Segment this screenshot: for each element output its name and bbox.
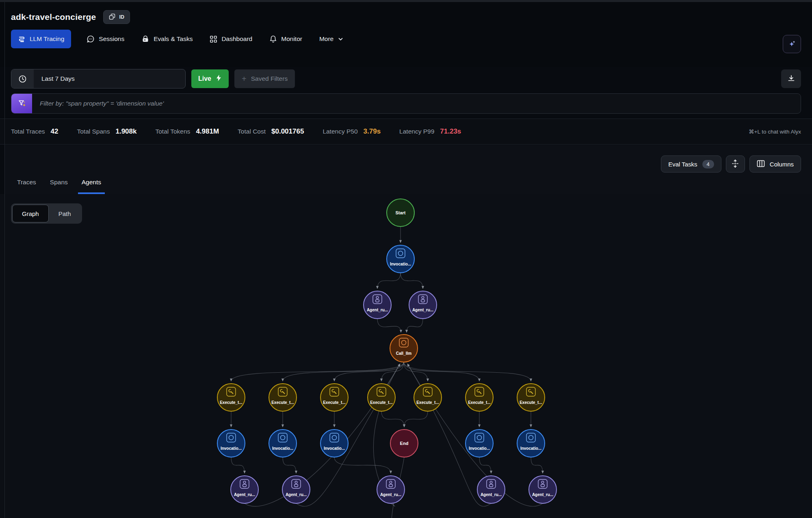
graph-node-label: Execute_t... [468,400,491,405]
graph-node-label: Start [395,210,405,215]
graph-node-label: Execute_t... [271,400,294,405]
stat-value: $0.001765 [271,127,304,136]
graph-node-label: Execute_t... [220,400,243,405]
graph-node-label: Invocatio... [324,446,345,451]
main-nav: LLM Tracing Sessions Evals [11,30,812,48]
tab-traces[interactable]: Traces [13,179,40,194]
stat-total-traces: Total Traces 42 [11,127,58,136]
lock-icon [141,35,149,43]
graph-node-ag2[interactable]: Agent_ru... [282,476,310,503]
live-toggle-button[interactable]: Live [191,69,229,88]
graph-edge [531,457,543,473]
stat-label: Total Spans [77,128,110,135]
graph-node-exec4[interactable]: Execute_t... [368,384,395,411]
graph-edge [377,319,401,332]
page-title: adk-travel-concierge [11,12,96,22]
graph-node-inv4[interactable]: Invocatio... [466,430,493,457]
columns-label: Columns [770,161,794,168]
ai-filter-icon[interactable] [11,94,32,113]
toggle-path[interactable]: Path [49,205,81,222]
graph-node-agent_r[interactable]: Agent_ru... [409,291,437,319]
nav-label: Sessions [99,35,124,43]
graph-node-ag5[interactable]: Agent_ru... [529,476,556,503]
sparkles-icon [788,39,797,49]
columns-button[interactable]: Columns [749,155,801,173]
view-tabs: Traces Spans Agents [13,179,105,194]
nav-more-menu[interactable]: More [318,30,345,48]
tab-sessions[interactable]: Sessions [85,30,126,48]
graph-node-inv2[interactable]: Invocatio... [269,430,297,457]
agent-flow-graph: StartInvocatio...Agent_ru...Agent_ru...C… [0,194,812,518]
graph-edge [283,457,296,473]
time-range-picker[interactable]: Last 7 Days [11,69,186,88]
tab-llm-tracing[interactable]: LLM Tracing [11,30,71,48]
graph-node-ag1[interactable]: Agent_ru... [231,476,258,503]
graph-node-exec1[interactable]: Execute_t... [217,384,245,411]
lightning-bolt-icon [216,74,222,83]
graph-node-inv5[interactable]: Invocatio... [517,430,545,457]
stat-label: Total Cost [238,128,266,135]
eval-tasks-count-badge: 4 [702,160,714,168]
graph-node-exec2[interactable]: Execute_t... [269,384,297,411]
graph-node-label: Agent_ru... [286,492,307,497]
grid-icon [210,35,217,43]
stat-value: 71.23s [440,127,461,136]
table-toolbar: Eval Tasks 4 Columns Traces Sp [5,145,812,194]
tab-spans[interactable]: Spans [46,179,71,194]
graph-node-agent_l[interactable]: Agent_ru... [364,291,391,319]
bell-icon [269,35,277,43]
stat-value: 1.908k [115,127,136,136]
nav-label: Evals & Tasks [154,35,193,43]
tracing-icon [18,35,26,43]
tab-dashboard[interactable]: Dashboard [208,30,254,48]
copy-id-button[interactable]: ID [103,10,130,24]
graph-node-exec6[interactable]: Execute_t... [466,384,493,411]
graph-edge [401,273,423,289]
graph-path-toggle: Graph Path [11,203,82,224]
tab-agents[interactable]: Agents [78,179,105,194]
chat-bubble-icon [87,35,95,43]
tab-monitor[interactable]: Monitor [268,30,304,48]
graph-node-label: Invocatio... [390,262,411,266]
row-height-icon [731,159,739,169]
graph-node-end[interactable]: End [390,430,418,457]
graph-node-inv1[interactable]: Invocatio... [217,430,245,457]
graph-edge [407,319,423,332]
eval-tasks-button[interactable]: Eval Tasks 4 [661,155,721,173]
eval-tasks-label: Eval Tasks [668,161,697,168]
graph-edge [283,362,404,381]
stat-label: Latency P99 [399,128,434,135]
toggle-graph[interactable]: Graph [12,205,49,222]
graph-node-start[interactable]: Start [387,199,414,227]
graph-node-label: End [400,441,409,446]
project-header: adk-travel-concierge ID LLM Tracing [0,2,812,67]
row-height-button[interactable] [726,155,745,173]
filter-input[interactable] [32,94,801,113]
saved-filters-button[interactable]: + Saved Filters [234,69,295,88]
graph-node-exec5[interactable]: Execute_t... [414,384,442,411]
graph-nodes: StartInvocatio...Agent_ru...Agent_ru...C… [217,199,556,503]
saved-filters-label: Saved Filters [251,75,288,82]
graph-node-exec7[interactable]: Execute_t... [517,384,545,411]
chevron-down-icon [338,36,344,42]
graph-node-inv_top[interactable]: Invocatio... [387,245,414,273]
id-button-label: ID [119,14,124,20]
graph-node-ag3[interactable]: Agent_ru... [377,476,405,503]
title-row: adk-travel-concierge ID [0,2,812,24]
tab-evals-tasks[interactable]: Evals & Tasks [140,30,194,48]
plus-icon: + [242,75,247,83]
graph-edge [231,457,245,473]
export-download-button[interactable] [781,69,801,88]
graph-node-inv3[interactable]: Invocatio... [320,430,348,457]
graph-node-exec3[interactable]: Execute_t... [320,384,348,411]
time-range-value: Last 7 Days [34,75,75,82]
graph-node-call_llm[interactable]: Call_llm [390,335,418,362]
ai-assistant-button[interactable] [783,35,801,53]
stat-latency-p50: Latency P50 3.79s [323,127,381,136]
graph-node-label: Execute_t... [323,400,346,405]
graph-node-ag4[interactable]: Agent_ru... [477,476,505,503]
live-label: Live [198,75,211,82]
graph-node-label: Invocatio... [520,446,541,451]
graph-node-label: Call_llm [396,351,411,356]
graph-node-label: Execute_t... [370,400,393,405]
